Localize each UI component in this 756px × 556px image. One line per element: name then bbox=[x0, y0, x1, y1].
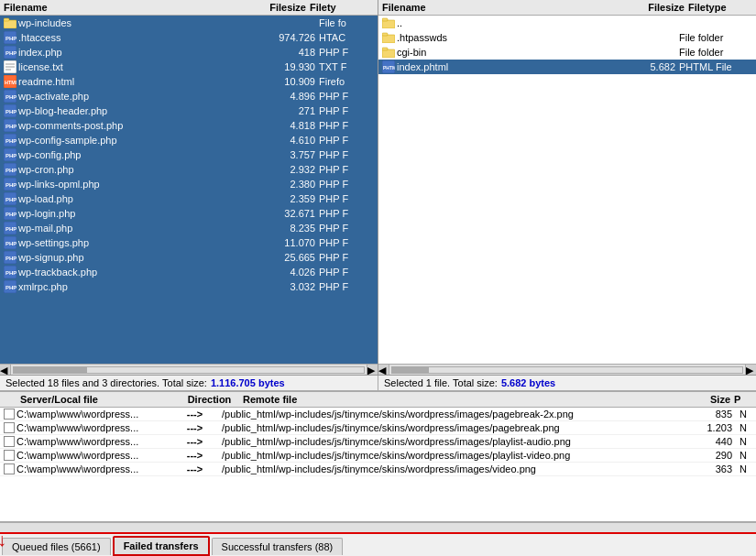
right-file-list: ...htpasswdsFile foldercgi-binFile folde… bbox=[378, 16, 756, 74]
folder-icon bbox=[4, 16, 16, 29]
tab-successful[interactable]: Successful transfers (88) bbox=[212, 538, 344, 555]
file-type: Firefo bbox=[319, 76, 374, 87]
htaccess-icon: PHP bbox=[4, 31, 16, 44]
left-col-filetype: Filety bbox=[310, 2, 374, 13]
file-name: wp-cron.php bbox=[18, 164, 259, 175]
file-name: index.phtml bbox=[397, 61, 619, 72]
left-file-row[interactable]: PHPwp-comments-post.php4.818PHP F bbox=[0, 118, 378, 133]
svg-text:PHP: PHP bbox=[5, 256, 16, 261]
left-scrollbar[interactable]: ◀ ▶ bbox=[0, 364, 378, 375]
transfer-col-size: Size bbox=[685, 394, 730, 405]
right-scrollbar[interactable]: ◀ ▶ bbox=[378, 364, 756, 375]
right-scroll-right[interactable]: ▶ bbox=[745, 365, 756, 375]
svg-text:PHP: PHP bbox=[5, 285, 16, 290]
left-file-row[interactable]: PHPwp-mail.php8.235PHP F bbox=[0, 221, 378, 235]
file-name: wp-blog-header.php bbox=[18, 105, 259, 116]
transfer-row[interactable]: C:\wamp\www\wordpress...--->/public_html… bbox=[0, 463, 756, 476]
left-scroll-left[interactable]: ◀ bbox=[0, 365, 11, 375]
right-file-row[interactable]: cgi-binFile folder bbox=[378, 45, 756, 60]
left-file-row[interactable]: PHPxmlrpc.php3.032PHP F bbox=[0, 279, 378, 294]
transfer-row[interactable]: C:\wamp\www\wordpress...--->/public_html… bbox=[0, 408, 756, 421]
left-scroll-right[interactable]: ▶ bbox=[367, 365, 378, 375]
left-file-row[interactable]: license.txt19.930TXT F bbox=[0, 60, 378, 74]
file-type: HTAC bbox=[319, 32, 374, 43]
transfer-area: Server/Local file Direction Remote file … bbox=[0, 392, 756, 532]
left-file-row[interactable]: PHPindex.php418PHP F bbox=[0, 45, 378, 60]
tab-queued[interactable]: Queued files (5661) bbox=[2, 538, 111, 555]
left-file-row[interactable]: PHP.htaccess974.726HTAC bbox=[0, 30, 378, 45]
file-type: PHP F bbox=[319, 47, 374, 58]
transfer-scroll-track[interactable] bbox=[0, 522, 756, 532]
left-file-row[interactable]: PHPwp-config.php3.757PHP F bbox=[0, 147, 378, 162]
left-file-row[interactable]: PHPwp-settings.php11.070PHP F bbox=[0, 235, 378, 250]
file-type: PHP F bbox=[319, 179, 374, 190]
txt-icon bbox=[4, 60, 16, 73]
left-scroll-track[interactable] bbox=[13, 366, 365, 374]
transfer-checkbox[interactable] bbox=[4, 450, 15, 461]
left-file-row[interactable]: PHPwp-load.php2.359PHP F bbox=[0, 191, 378, 206]
transfer-checkbox[interactable] bbox=[4, 422, 15, 433]
transfer-row[interactable]: C:\wamp\www\wordpress...--->/public_html… bbox=[0, 435, 756, 449]
left-file-row[interactable]: wp-includesFile fo bbox=[0, 16, 378, 30]
file-type: PHP F bbox=[319, 91, 374, 102]
file-size: 2.932 bbox=[259, 164, 319, 175]
file-size: 10.909 bbox=[259, 76, 319, 87]
left-file-row[interactable]: PHPwp-login.php32.671PHP F bbox=[0, 206, 378, 221]
left-file-row[interactable]: PHPwp-links-opml.php2.380PHP F bbox=[0, 177, 378, 191]
file-type: PHP F bbox=[319, 267, 374, 278]
transfer-col-p: P bbox=[734, 394, 752, 405]
left-file-row[interactable]: PHPwp-config-sample.php4.610PHP F bbox=[0, 133, 378, 147]
transfer-header: Server/Local file Direction Remote file … bbox=[0, 392, 756, 408]
transfer-checkbox[interactable] bbox=[4, 436, 15, 447]
right-panel-body[interactable]: ...htpasswdsFile foldercgi-binFile folde… bbox=[378, 16, 756, 364]
transfer-checkbox[interactable] bbox=[4, 463, 15, 474]
file-name: .htpasswds bbox=[397, 32, 619, 43]
svg-text:PHP: PHP bbox=[5, 50, 16, 56]
file-type: PHP F bbox=[319, 252, 374, 263]
left-file-row[interactable]: PHPwp-blog-header.php271PHP F bbox=[0, 104, 378, 118]
file-size: 25.665 bbox=[259, 252, 319, 263]
php-icon: PHP bbox=[4, 207, 16, 220]
left-file-row[interactable]: HTMLreadme.html10.909Firefo bbox=[0, 74, 378, 89]
transfer-direction: ---> bbox=[170, 463, 220, 474]
svg-text:PHP: PHP bbox=[5, 197, 16, 202]
right-file-row[interactable]: .. bbox=[378, 16, 756, 30]
transfer-row-list: C:\wamp\www\wordpress...--->/public_html… bbox=[0, 408, 756, 476]
tab-failed[interactable]: Failed transfers bbox=[113, 536, 210, 556]
left-file-row[interactable]: PHPwp-activate.php4.896PHP F bbox=[0, 89, 378, 104]
file-size: 11.070 bbox=[259, 237, 319, 248]
svg-rect-44 bbox=[382, 49, 395, 58]
file-name: readme.html bbox=[18, 76, 259, 87]
right-scroll-track[interactable] bbox=[391, 366, 743, 374]
file-name: wp-load.php bbox=[18, 193, 259, 204]
left-scroll-thumb[interactable] bbox=[14, 367, 87, 373]
transfer-row[interactable]: C:\wamp\www\wordpress...--->/public_html… bbox=[0, 421, 756, 435]
file-size: 974.726 bbox=[259, 32, 319, 43]
right-file-row[interactable]: .htpasswdsFile folder bbox=[378, 30, 756, 45]
transfer-scrollbar[interactable] bbox=[0, 521, 756, 532]
svg-text:PHP: PHP bbox=[5, 94, 16, 100]
file-size: 3.757 bbox=[259, 149, 319, 160]
right-file-row[interactable]: PHTMindex.phtml5.682PHTML File bbox=[378, 60, 756, 74]
svg-text:HTML: HTML bbox=[5, 80, 16, 85]
transfer-row[interactable]: C:\wamp\www\wordpress...--->/public_html… bbox=[0, 449, 756, 463]
right-scroll-thumb[interactable] bbox=[392, 367, 429, 373]
file-panels: Filename Filesize Filety wp-includesFile… bbox=[0, 0, 756, 376]
file-type: PHTML File bbox=[679, 61, 752, 72]
right-col-filesize: Filesize bbox=[620, 2, 685, 13]
right-scroll-left[interactable]: ◀ bbox=[378, 365, 389, 375]
left-file-row[interactable]: PHPwp-signup.php25.665PHP F bbox=[0, 250, 378, 265]
left-status-bar: Selected 18 files and 3 directories. Tot… bbox=[0, 376, 378, 391]
svg-rect-42 bbox=[382, 35, 395, 43]
left-panel-body[interactable]: wp-includesFile foPHP.htaccess974.726HTA… bbox=[0, 16, 378, 364]
transfer-size: 290 bbox=[691, 450, 732, 461]
left-file-row[interactable]: PHPwp-cron.php2.932PHP F bbox=[0, 162, 378, 177]
left-panel-header: Filename Filesize Filety bbox=[0, 0, 378, 16]
svg-rect-41 bbox=[382, 18, 388, 21]
red-arrow-icon: ↓ bbox=[0, 529, 6, 551]
transfer-body[interactable]: C:\wamp\www\wordpress...--->/public_html… bbox=[0, 408, 756, 521]
transfer-checkbox[interactable] bbox=[4, 409, 15, 420]
left-file-row[interactable]: PHPwp-trackback.php4.026PHP F bbox=[0, 265, 378, 279]
file-type: PHP F bbox=[319, 208, 374, 219]
transfer-server: C:\wamp\www\wordpress... bbox=[16, 422, 168, 433]
